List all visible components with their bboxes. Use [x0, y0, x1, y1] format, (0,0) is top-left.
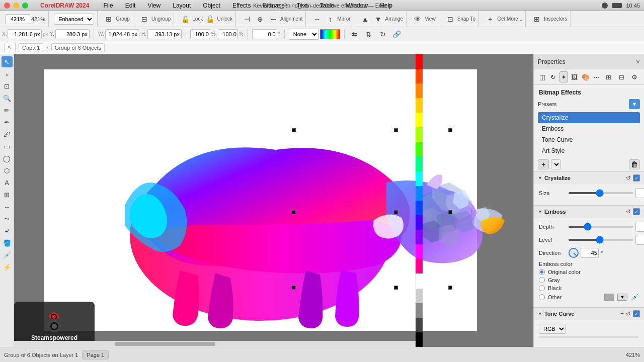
- palette-green-cyan[interactable]: [416, 157, 423, 171]
- media-icon[interactable]: 🖼: [570, 71, 579, 82]
- menu-edit[interactable]: Edit: [123, 1, 138, 10]
- tone-curve-scrollbar[interactable]: [539, 336, 639, 338]
- zoom-input[interactable]: [5, 14, 30, 24]
- align-center-btn[interactable]: ⊕: [254, 13, 266, 25]
- palette-red[interactable]: [416, 54, 423, 69]
- angle-input[interactable]: [581, 248, 599, 258]
- fill-color-preview[interactable]: [320, 29, 340, 39]
- artpen-tool[interactable]: 🖊: [2, 129, 13, 140]
- original-color-radio[interactable]: [539, 269, 545, 275]
- connector-tool[interactable]: ⤳: [2, 213, 13, 224]
- level-slider[interactable]: [569, 239, 633, 241]
- panel-settings-icon[interactable]: ⚙: [629, 71, 640, 82]
- crop-tool[interactable]: ⊡: [2, 80, 13, 92]
- other-color-swatch[interactable]: [604, 294, 614, 301]
- polygon-tool[interactable]: ⬡: [2, 165, 13, 176]
- other-color-radio[interactable]: [539, 294, 545, 300]
- view-mode-select[interactable]: Enhanced: [54, 14, 94, 25]
- tone-curve-enable-check[interactable]: [633, 310, 640, 317]
- channel-select[interactable]: RGB: [539, 324, 566, 334]
- presets-dropdown-btn[interactable]: ▼: [629, 99, 640, 109]
- menu-view[interactable]: View: [145, 1, 163, 10]
- effects-icon[interactable]: ✦: [559, 71, 568, 82]
- depth-value-input[interactable]: [635, 222, 644, 232]
- layer-breadcrumb[interactable]: Capa 1: [19, 43, 43, 52]
- effect-tone-curve[interactable]: Tone Curve: [538, 134, 640, 145]
- interactive-tool[interactable]: ⚡: [2, 261, 13, 273]
- window-maximize-btn[interactable]: [22, 3, 28, 9]
- text-tool[interactable]: A: [2, 177, 13, 188]
- scale-x-input[interactable]: [190, 29, 210, 39]
- width-input[interactable]: [105, 29, 139, 39]
- palette-pink[interactable]: [416, 259, 423, 274]
- crystalize-enable-check[interactable]: [633, 174, 640, 182]
- unlock-btn[interactable]: 🔓: [204, 13, 216, 25]
- mirror-x-btn[interactable]: ⇆: [349, 28, 361, 40]
- depth-slider[interactable]: [569, 226, 633, 228]
- blend-tool[interactable]: ⤶: [2, 225, 13, 236]
- align-left-btn[interactable]: ⊣: [241, 13, 253, 25]
- tone-curve-header[interactable]: ▼ Tone Curve + ↺: [534, 308, 644, 320]
- level-value-input[interactable]: [635, 235, 644, 245]
- gray-color-radio[interactable]: [539, 277, 545, 283]
- inspectors-btn[interactable]: ⊞: [531, 13, 543, 25]
- palette-yellow-green[interactable]: [416, 127, 423, 142]
- size-value-input[interactable]: [635, 188, 644, 198]
- delete-effect-btn[interactable]: 🗑: [629, 159, 640, 169]
- view-btn[interactable]: 👁: [412, 13, 424, 25]
- arrange-front-btn[interactable]: ▲: [359, 13, 371, 25]
- palette-dark-gray[interactable]: [416, 318, 423, 332]
- angle-input[interactable]: [252, 29, 277, 39]
- effect-art-style[interactable]: Art Style: [538, 145, 640, 156]
- black-color-radio[interactable]: [539, 285, 545, 291]
- lock-aspect-btn[interactable]: 🔗: [391, 28, 403, 40]
- palette-violet[interactable]: [416, 230, 423, 244]
- y-input[interactable]: [55, 29, 90, 39]
- object-props-icon[interactable]: ◫: [538, 71, 546, 82]
- palette-black[interactable]: [416, 332, 423, 347]
- eyedropper-tool[interactable]: 💉: [2, 249, 13, 260]
- scale-y-input[interactable]: [218, 29, 238, 39]
- emboss-reset-icon[interactable]: ↺: [626, 208, 631, 215]
- get-more-btn[interactable]: +: [484, 13, 496, 25]
- ellipse-tool[interactable]: ◯: [2, 153, 13, 164]
- mirror-v-btn[interactable]: ↕: [324, 13, 336, 25]
- align-right-btn[interactable]: ⊢: [267, 13, 279, 25]
- other-color-fill-btn[interactable]: ▼: [617, 294, 627, 301]
- crystalize-header[interactable]: ▼ Crystalize ↺: [534, 172, 644, 184]
- more-icon[interactable]: ⋯: [592, 71, 601, 82]
- parallel-dim-tool[interactable]: ↔: [2, 201, 13, 212]
- panel-expand-icon[interactable]: ⊞: [603, 71, 614, 82]
- palette-magenta[interactable]: [416, 244, 423, 259]
- tool-indicator[interactable]: ↖: [4, 43, 16, 52]
- group-btn[interactable]: ⊞: [103, 13, 115, 25]
- height-input[interactable]: [147, 29, 182, 39]
- x-input[interactable]: [8, 29, 42, 39]
- palette-orange[interactable]: [416, 83, 423, 98]
- palette-yellow-orange[interactable]: [416, 98, 423, 113]
- add-effect-btn[interactable]: +: [538, 159, 549, 169]
- mirror-h-btn[interactable]: ↔: [311, 13, 323, 25]
- tone-curve-reset-icon[interactable]: ↺: [626, 310, 631, 317]
- flip-btn[interactable]: ↻: [377, 28, 389, 40]
- node-tool[interactable]: ⬦: [2, 68, 13, 79]
- palette-gray[interactable]: [416, 303, 423, 318]
- window-minimize-btn[interactable]: [13, 3, 19, 9]
- eyedropper-icon[interactable]: 💉: [630, 293, 639, 301]
- fill-tool[interactable]: 🪣: [2, 237, 13, 248]
- add-effect-dropdown[interactable]: [551, 159, 561, 169]
- menu-effects[interactable]: Effects: [230, 1, 253, 10]
- menu-object[interactable]: Object: [201, 1, 222, 10]
- select-tool[interactable]: ↖: [2, 56, 13, 67]
- panel-collapse-icon[interactable]: ⊟: [616, 71, 627, 82]
- palette-yellow[interactable]: [416, 113, 423, 127]
- scrollbar-thumb[interactable]: [115, 342, 215, 346]
- tone-curve-add-icon[interactable]: +: [620, 310, 624, 317]
- palette-light-gray[interactable]: [416, 289, 423, 303]
- emboss-enable-check[interactable]: [633, 208, 640, 215]
- rectangle-tool[interactable]: ▭: [2, 141, 13, 152]
- color-icon[interactable]: 🎨: [581, 71, 590, 82]
- snap-btn[interactable]: ⊡: [444, 13, 456, 25]
- emboss-header[interactable]: ▼ Emboss ↺: [534, 206, 644, 218]
- effect-crystalize[interactable]: Crystalize: [538, 112, 640, 123]
